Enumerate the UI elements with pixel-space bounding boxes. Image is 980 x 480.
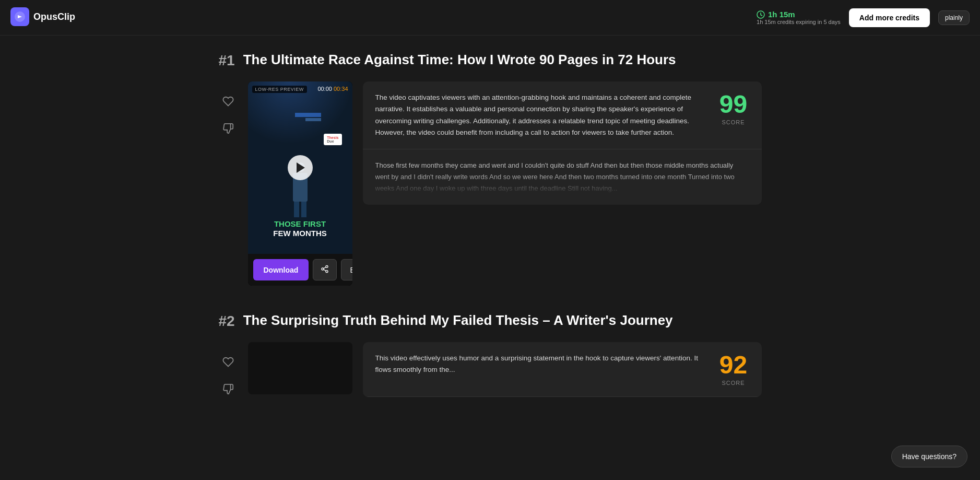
dislike-button-2[interactable]: [219, 380, 238, 399]
add-credits-button[interactable]: Add more credits: [849, 8, 930, 27]
clip-2-header: #2 The Surprising Truth Behind My Failed…: [219, 312, 762, 330]
score-section-1: The video captivates viewers with an att…: [363, 81, 762, 149]
thesis-card: Thesis Due: [324, 134, 341, 145]
transcript-text-1: Those first few months they came and wen…: [375, 160, 749, 194]
score-box-1: 99 SCORE: [718, 92, 749, 125]
video-container-1: LOW-RES PREVIEW 00:00 00:34: [248, 81, 352, 286]
svg-point-4: [326, 265, 328, 267]
clip-2-title: The Surprising Truth Behind My Failed Th…: [243, 312, 673, 330]
edit-button[interactable]: Edit: [341, 259, 352, 280]
download-button[interactable]: Download: [253, 259, 309, 280]
clip-2-actions: [219, 342, 238, 399]
description-text-2: This video effectively uses humor and a …: [375, 353, 710, 376]
logo[interactable]: OpusClip: [10, 7, 75, 26]
description-text-1: The video captivates viewers with an att…: [375, 92, 710, 138]
svg-point-5: [322, 268, 324, 270]
clip-section-1: #1 The Ultimate Race Against Time: How I…: [219, 51, 762, 286]
clip-2-number: #2: [219, 312, 235, 330]
svg-rect-3: [305, 118, 321, 121]
video-caption: THOSE FIRST FEW MONTHS: [248, 219, 352, 238]
video-controls: Download Edit: [248, 254, 352, 286]
info-panel-1: The video captivates viewers with an att…: [363, 81, 762, 205]
like-button[interactable]: [219, 92, 238, 111]
credits-info: 00:00 1h 15m 1h 15m credits expiring in …: [757, 10, 841, 25]
score-section-2: This video effectively uses humor and a …: [363, 342, 762, 397]
like-button-2[interactable]: [219, 353, 238, 371]
clip-section-2: #2 The Surprising Truth Behind My Failed…: [219, 312, 762, 399]
share-button[interactable]: [313, 259, 337, 280]
have-questions-button[interactable]: Have questions?: [891, 446, 967, 467]
stage-graphic: [295, 102, 337, 134]
clip-1-number: #1: [219, 51, 235, 69]
svg-line-8: [324, 267, 326, 268]
plainly-button[interactable]: plainly: [938, 10, 970, 25]
transcript-section-1: Those first few months they came and wen…: [363, 149, 762, 205]
logo-text: OpusClip: [33, 11, 75, 22]
header-right: 00:00 1h 15m 1h 15m credits expiring in …: [757, 8, 970, 27]
logo-icon: [10, 7, 29, 26]
video-container-2-placeholder: [248, 342, 352, 394]
play-button[interactable]: [288, 155, 313, 180]
score-label-1: SCORE: [718, 119, 749, 125]
svg-point-6: [326, 271, 328, 273]
credits-expiry: 1h 15m credits expiring in 5 days: [757, 19, 841, 25]
clock-icon: [757, 10, 765, 19]
clip-1-actions: [219, 81, 238, 138]
score-number-1: 99: [718, 92, 749, 117]
clip-2-body: This video effectively uses humor and a …: [219, 342, 762, 399]
score-number-2: 92: [718, 353, 749, 378]
video-time: 00:00 00:34: [317, 86, 348, 92]
info-panel-2: This video effectively uses humor and a …: [363, 342, 762, 397]
clip-1-title: The Ultimate Race Against Time: How I Wr…: [243, 51, 676, 69]
svg-rect-2: [295, 113, 321, 117]
svg-line-7: [324, 270, 326, 271]
video-thumbnail[interactable]: Thesis Due THOSE FIRST FEW MONTHS: [248, 81, 352, 254]
video-badge: LOW-RES PREVIEW: [252, 86, 307, 93]
score-box-2: 92 SCORE: [718, 353, 749, 386]
header: OpusClip 00:00 1h 15m 1h 15m credits exp…: [0, 0, 980, 36]
clip-1-header: #1 The Ultimate Race Against Time: How I…: [219, 51, 762, 69]
credits-time-display: 00:00 1h 15m: [757, 10, 841, 19]
clip-1-body: LOW-RES PREVIEW 00:00 00:34: [219, 81, 762, 286]
credits-time-value: 1h 15m: [768, 10, 795, 19]
dislike-button[interactable]: [219, 119, 238, 138]
main-content: #1 The Ultimate Race Against Time: How I…: [177, 36, 804, 440]
score-label-2: SCORE: [718, 380, 749, 386]
